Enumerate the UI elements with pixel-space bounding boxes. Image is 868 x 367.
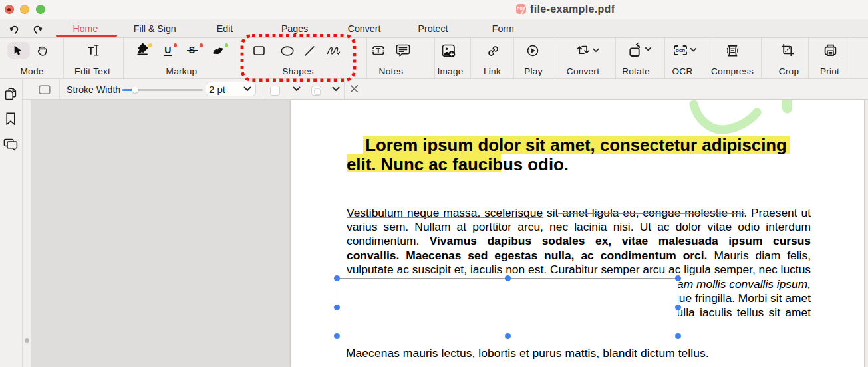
svg-text:OCR: OCR [676, 48, 685, 53]
